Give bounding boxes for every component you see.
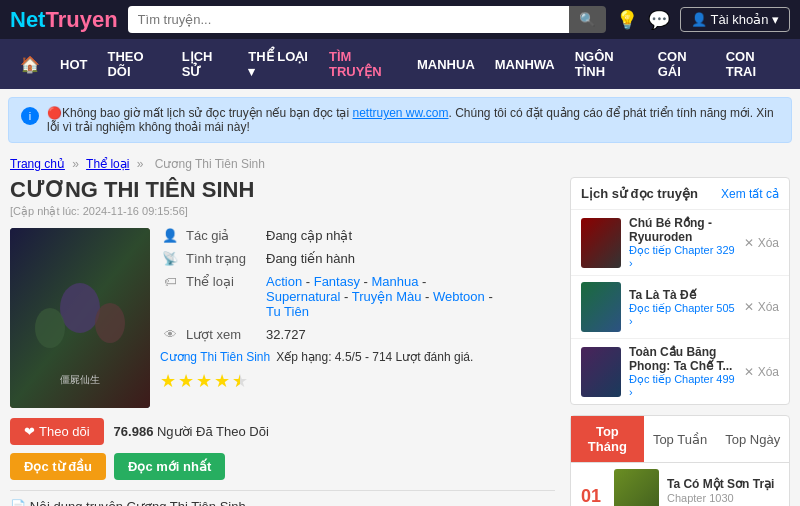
- read-buttons: Đọc từ đầu Đọc mới nhất: [10, 453, 555, 480]
- nav-con-trai[interactable]: CON TRAI: [716, 39, 790, 89]
- author-icon: 👤: [160, 228, 180, 243]
- rating-text: Xếp hạng: 4.5/5 - 714 Lượt đánh giá.: [276, 350, 473, 364]
- chat-icon[interactable]: 💬: [648, 9, 670, 31]
- history-name-1: Chú Bé Rồng - Ryuuroden: [629, 216, 736, 244]
- genre-fantasy[interactable]: Fantasy: [314, 274, 360, 289]
- rating-link[interactable]: Cương Thi Tiên Sinh: [160, 350, 270, 364]
- manga-info: 僵屍仙生 👤 Tác giả Đang cập nhật 📡 Tình trạn…: [10, 228, 555, 408]
- content-label: Nội dung truyện Cương Thi Tiên Sinh: [30, 499, 246, 506]
- info-icon: i: [21, 107, 39, 125]
- history-item-2: Ta Là Tà Đế Đọc tiếp Chapter 505 › ✕ Xóa: [571, 276, 789, 339]
- history-chapter-3[interactable]: Đọc tiếp Chapter 499 ›: [629, 373, 736, 398]
- see-all-link[interactable]: Xem tất cả: [721, 187, 779, 201]
- read-latest-button[interactable]: Đọc mới nhất: [114, 453, 225, 480]
- nav-manhua[interactable]: MANHUA: [407, 47, 485, 82]
- search-bar: 🔍: [128, 6, 607, 33]
- breadcrumb: Trang chủ » Thể loại » Cương Thi Tiên Si…: [0, 151, 800, 177]
- logo-truyen: Truyen: [45, 7, 117, 32]
- genre-action[interactable]: Action: [266, 274, 302, 289]
- history-header: Lịch sử đọc truyện Xem tất cả: [571, 178, 789, 210]
- genre-webtoon[interactable]: Webtoon: [433, 289, 485, 304]
- star-2: ★: [178, 370, 194, 392]
- notice-bar: i 🔴Không bao giờ mất lịch sử đọc truyện …: [8, 97, 792, 143]
- history-thumb-1: [581, 218, 621, 268]
- content-section: 📄 Nội dung truyện Cương Thi Tiên Sinh: [10, 490, 555, 506]
- history-delete-2[interactable]: ✕ Xóa: [744, 300, 779, 314]
- nav-ngon-tinh[interactable]: NGÔN TÌNH: [565, 39, 648, 89]
- follow-button[interactable]: ❤ Theo dõi: [10, 418, 104, 445]
- manga-details: 👤 Tác giả Đang cập nhật 📡 Tình trạng Đan…: [160, 228, 555, 408]
- star-4: ★: [214, 370, 230, 392]
- nav-con-gai[interactable]: CON GÁI: [648, 39, 716, 89]
- author-row: 👤 Tác giả Đang cập nhật: [160, 228, 555, 243]
- follow-count: 76.986 Người Đã Theo Dõi: [114, 424, 269, 439]
- notice-link[interactable]: nettruyen ww.com: [352, 106, 448, 120]
- history-thumb-2: [581, 282, 621, 332]
- genre-icon: 🏷: [160, 274, 180, 289]
- header: NetTruyen 🔍 💡 💬 👤 Tài khoản ▾: [0, 0, 800, 39]
- genre-row: 🏷 Thể loại Action - Fantasy - Manhua - S…: [160, 274, 555, 319]
- views-icon: 👁: [160, 327, 180, 342]
- manga-cover-image: 僵屍仙生: [10, 228, 150, 408]
- genre-manhua[interactable]: Manhua: [372, 274, 419, 289]
- nav-tim-truyen[interactable]: TÌM TRUYỆN: [319, 39, 407, 89]
- search-button[interactable]: 🔍: [569, 6, 606, 33]
- history-info-3: Toàn Cầu Băng Phong: Ta Chế T... Đọc tiế…: [629, 345, 736, 398]
- star-1: ★: [160, 370, 176, 392]
- read-first-button[interactable]: Đọc từ đầu: [10, 453, 106, 480]
- manga-cover: 僵屍仙生: [10, 228, 150, 408]
- nav-the-loai[interactable]: THỂ LOẠI ▾: [238, 39, 319, 89]
- top-rank-1: 01: [581, 486, 606, 506]
- nav-hot[interactable]: HOT: [50, 47, 97, 82]
- account-button[interactable]: 👤 Tài khoản ▾: [680, 7, 790, 32]
- top-section: Top Tháng Top Tuần Top Ngày 01 Ta Có Một…: [570, 415, 790, 506]
- breadcrumb-current: Cương Thi Tiên Sinh: [155, 157, 265, 171]
- genre-value: Action - Fantasy - Manhua - Supernatural…: [266, 274, 493, 319]
- main-content: CƯƠNG THI TIÊN SINH [Cập nhật lúc: 2024-…: [0, 177, 800, 506]
- history-chapter-1[interactable]: Đọc tiếp Chapter 329 ›: [629, 244, 736, 269]
- header-icons: 💡 💬: [616, 9, 670, 31]
- genre-supernatural[interactable]: Supernatural: [266, 289, 340, 304]
- left-panel: CƯƠNG THI TIÊN SINH [Cập nhật lúc: 2024-…: [10, 177, 555, 506]
- genre-truyen-mau[interactable]: Truyện Màu: [352, 289, 422, 304]
- tab-top-thang[interactable]: Top Tháng: [571, 416, 644, 462]
- history-delete-3[interactable]: ✕ Xóa: [744, 365, 779, 379]
- tab-top-tuan[interactable]: Top Tuần: [644, 416, 717, 462]
- right-panel: Lịch sử đọc truyện Xem tất cả Chú Bé Rồn…: [570, 177, 790, 506]
- history-info-2: Ta Là Tà Đế Đọc tiếp Chapter 505 ›: [629, 288, 736, 327]
- notice-text: 🔴Không bao giờ mất lịch sử đọc truyện nế…: [47, 106, 779, 134]
- author-value: Đang cập nhật: [266, 228, 352, 243]
- cover-svg: 僵屍仙生: [10, 228, 150, 408]
- logo-net: Net: [10, 7, 45, 32]
- nav-manhwa[interactable]: MANHWA: [485, 47, 565, 82]
- status-icon: 📡: [160, 251, 180, 266]
- top-chapter-1: Chapter 1030: [667, 492, 779, 504]
- breadcrumb-home[interactable]: Trang chủ: [10, 157, 65, 171]
- author-label: Tác giả: [186, 228, 266, 243]
- history-thumb-3: [581, 347, 621, 397]
- views-label: Lượt xem: [186, 327, 266, 342]
- nav-theo-doi[interactable]: THEO DÕI: [97, 39, 171, 89]
- bell-icon[interactable]: 💡: [616, 9, 638, 31]
- top-info-1: Ta Có Một Sơn Trại Chapter 1030 👁 130K: [667, 477, 779, 506]
- follow-row: ❤ Theo dõi 76.986 Người Đã Theo Dõi: [10, 418, 555, 445]
- tab-top-ngay[interactable]: Top Ngày: [716, 416, 789, 462]
- history-chapter-2[interactable]: Đọc tiếp Chapter 505 ›: [629, 302, 736, 327]
- history-section: Lịch sử đọc truyện Xem tất cả Chú Bé Rồn…: [570, 177, 790, 405]
- search-input[interactable]: [128, 6, 570, 33]
- svg-text:僵屍仙生: 僵屍仙生: [60, 374, 100, 385]
- top-name-1: Ta Có Một Sơn Trại: [667, 477, 779, 493]
- nav-home[interactable]: 🏠: [10, 45, 50, 84]
- star-5-half: ★★: [232, 370, 248, 392]
- genre-tu-tien[interactable]: Tu Tiên: [266, 304, 309, 319]
- nav-lich-su[interactable]: LỊCH SỬ: [172, 39, 239, 89]
- breadcrumb-the-loai[interactable]: Thể loại: [86, 157, 129, 171]
- history-delete-1[interactable]: ✕ Xóa: [744, 236, 779, 250]
- history-info-1: Chú Bé Rồng - Ryuuroden Đọc tiếp Chapter…: [629, 216, 736, 269]
- status-value: Đang tiến hành: [266, 251, 355, 266]
- nav: 🏠 HOT THEO DÕI LỊCH SỬ THỂ LOẠI ▾ TÌM TR…: [0, 39, 800, 89]
- status-row: 📡 Tình trạng Đang tiến hành: [160, 251, 555, 266]
- history-item-1: Chú Bé Rồng - Ryuuroden Đọc tiếp Chapter…: [571, 210, 789, 276]
- views-value: 32.727: [266, 327, 306, 342]
- logo: NetTruyen: [10, 7, 118, 33]
